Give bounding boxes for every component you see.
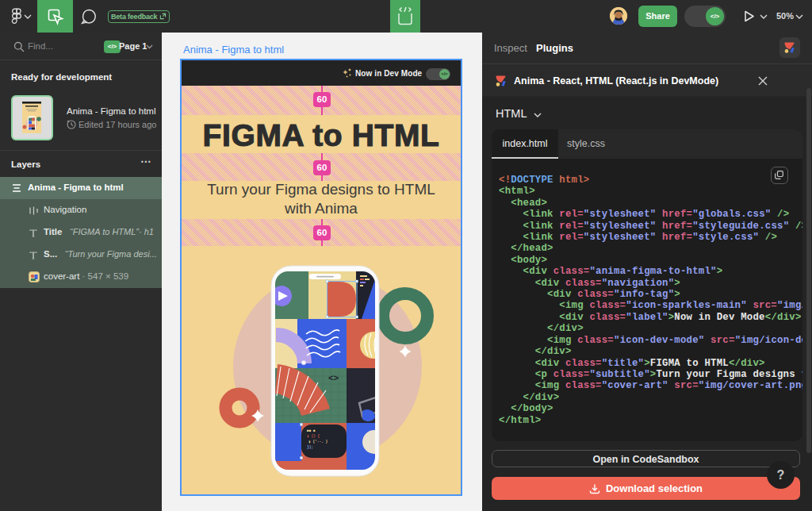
svg-text:<>: <> [328,374,339,383]
svg-text:▮ ('··. ): ▮ ('··. ) [308,440,327,444]
svg-text:});: }); [307,445,313,449]
svg-text:■■ ■: ■■ ■ [307,428,316,432]
svg-text:▮ () {: ▮ () { [307,434,320,438]
